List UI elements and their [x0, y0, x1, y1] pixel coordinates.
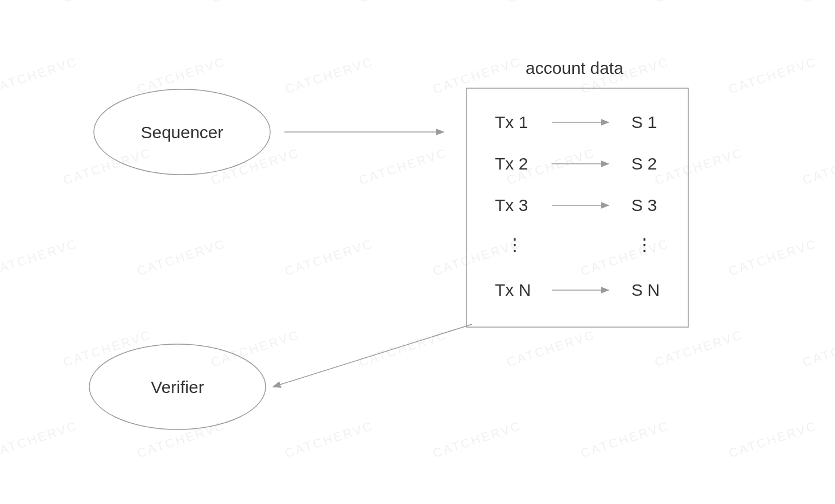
tx-n-label: Tx N: [495, 280, 531, 299]
tx-2-label: Tx 2: [495, 154, 528, 173]
sequencer-label: Sequencer: [140, 123, 223, 142]
s-n-label: S N: [631, 280, 660, 299]
s-3-label: S 3: [631, 196, 657, 214]
account-data-title: account data: [526, 59, 623, 77]
tx-1-label: Tx 1: [495, 113, 528, 131]
diagram-stage: Sequencer Verifier account data Tx 1 S 1…: [0, 0, 835, 504]
verifier-label: Verifier: [151, 378, 204, 396]
s-ellipsis: ⋮: [636, 235, 653, 254]
s-1-label: S 1: [631, 113, 657, 131]
s-2-label: S 2: [631, 154, 657, 173]
arrow-box-to-verifier: [273, 324, 472, 387]
tx-3-label: Tx 3: [495, 196, 528, 214]
tx-ellipsis: ⋮: [506, 235, 523, 254]
